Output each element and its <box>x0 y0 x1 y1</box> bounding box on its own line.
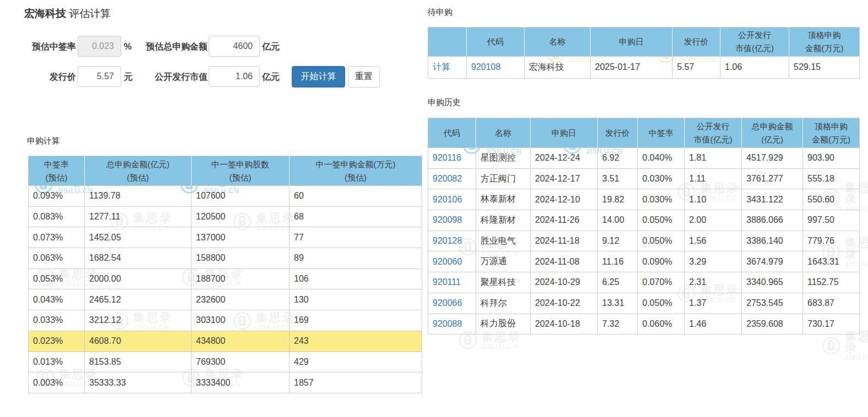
history-cell: 7.32 <box>598 314 638 334</box>
jisilu-logo-icon <box>822 336 840 355</box>
history-cell: 2024-10-18 <box>531 314 598 334</box>
calc-cell: 77 <box>290 227 422 248</box>
col-header: 中一签申购金额(万元)(预估) <box>290 156 422 186</box>
mcap-unit: 亿元 <box>262 66 280 87</box>
pending-section-label: 待申购 <box>428 7 452 18</box>
calc-cell: 35333.33 <box>85 372 192 393</box>
est-total-label: 预估总申购金额 <box>131 36 208 57</box>
calc-link[interactable]: 计算 <box>433 62 450 72</box>
history-cell: 3761.277 <box>742 168 803 189</box>
calc-cell: 303100 <box>192 310 290 331</box>
stock-code-link[interactable]: 920088 <box>433 319 462 328</box>
calc-cell: 1682.54 <box>85 248 192 269</box>
history-cell: 3886.066 <box>742 210 803 231</box>
pending-cell: 2025-01-17 <box>591 57 673 79</box>
history-cell: 1.81 <box>685 148 742 169</box>
history-row: 920066科拜尔2024-10-2213.310.050%1.372753.5… <box>428 293 860 314</box>
est-total-input[interactable] <box>209 36 260 57</box>
calc-cell: 158800 <box>192 248 290 269</box>
stock-code-link[interactable]: 920111 <box>433 277 461 287</box>
history-cell: 14.00 <box>598 210 638 231</box>
pending-cell-action: 计算 <box>428 57 467 79</box>
history-cell: 3.29 <box>685 251 742 272</box>
history-cell: 3.51 <box>598 168 638 189</box>
history-cell: 星图测控 <box>476 148 531 169</box>
calc-row: 0.083%1277.1112050068 <box>29 206 422 227</box>
col-header: 中一签申购股数(预估) <box>192 156 290 186</box>
history-cell: 779.76 <box>803 231 860 251</box>
history-cell: 13.31 <box>598 293 638 314</box>
col-header: 代码 <box>467 28 525 57</box>
history-cell: 2.31 <box>685 272 742 293</box>
history-cell: 0.040% <box>638 148 685 169</box>
page-title: 宏海科技 评估计算 <box>24 7 111 21</box>
col-header: 顶格申购金额(万元) <box>803 118 860 148</box>
calc-cell: 107600 <box>192 186 290 207</box>
history-cell: 1.46 <box>685 314 742 334</box>
start-calc-button[interactable]: 开始计算 <box>292 66 345 87</box>
calc-cell: 0.013% <box>29 352 85 372</box>
est-rate-input[interactable] <box>78 36 121 57</box>
history-row: 920111聚星科技2024-10-296.250.070%2.313340.9… <box>428 272 860 293</box>
col-header: 发行价 <box>598 118 638 148</box>
history-cell: 2753.545 <box>742 293 803 314</box>
history-table: 代码名称申购日发行价中签率公开发行市值(亿元)总申购金额(亿元)顶格申购金额(万… <box>428 118 860 334</box>
stock-code-link[interactable]: 920106 <box>433 195 462 204</box>
calc-cell: 60 <box>290 186 422 207</box>
col-header <box>428 28 467 57</box>
history-cell: 胜业电气 <box>476 231 531 251</box>
stock-code-link[interactable]: 920082 <box>433 174 462 183</box>
calc-cell: 3212.12 <box>85 310 192 331</box>
history-cell: 920106 <box>428 189 476 210</box>
calc-cell: 120500 <box>192 206 290 227</box>
col-header: 中签率(预估) <box>29 156 85 186</box>
history-cell: 19.82 <box>598 189 638 210</box>
col-header: 总申购金额(亿元)(预估) <box>85 156 192 186</box>
history-table-body: 920116星图测控2024-12-246.920.040%1.814517.9… <box>428 148 860 334</box>
stock-code-link[interactable]: 920060 <box>433 257 462 266</box>
history-cell: 6.92 <box>598 148 638 169</box>
calc-row: 0.073%1452.0513700077 <box>29 227 422 248</box>
history-section-label: 申购历史 <box>428 97 461 108</box>
stock-code-link[interactable]: 920108 <box>471 62 500 72</box>
history-table-head: 代码名称申购日发行价中签率公开发行市值(亿元)总申购金额(亿元)顶格申购金额(万… <box>428 118 860 148</box>
history-cell: 3674.979 <box>742 251 803 272</box>
stock-code-link[interactable]: 920116 <box>433 153 461 162</box>
calc-cell: 2000.00 <box>85 268 192 289</box>
calc-cell: 8153.85 <box>85 352 192 372</box>
col-header: 顶格申购金额(万元) <box>789 28 860 57</box>
calc-row-highlighted: 0.023%4608.70434800243 <box>29 331 422 352</box>
history-cell: 9.12 <box>598 231 638 251</box>
calc-row: 0.043%2465.12232600130 <box>29 289 422 310</box>
calc-cell: 1857 <box>290 372 422 393</box>
history-row: 920128胜业电气2024-11-189.120.050%1.563386.1… <box>428 231 860 251</box>
calc-cell: 1277.11 <box>85 206 192 227</box>
est-rate-label: 预估中签率 <box>10 36 76 57</box>
history-cell: 科隆新材 <box>476 210 531 231</box>
calc-cell: 1452.05 <box>85 227 192 248</box>
price-input[interactable] <box>78 66 121 87</box>
calc-table-body: 0.093%1139.78107600600.083%1277.11120500… <box>29 186 422 393</box>
calc-cell: 429 <box>290 352 422 372</box>
calc-cell: 0.023% <box>29 331 85 352</box>
calc-section-label: 申购计算 <box>27 136 60 146</box>
history-row: 920060万源通2024-11-0811.160.090%3.293674.9… <box>428 251 860 272</box>
calc-cell: 0.073% <box>29 227 85 248</box>
history-cell: 2024-12-10 <box>531 189 598 210</box>
mcap-input[interactable] <box>209 66 260 87</box>
calc-cell: 188700 <box>192 268 290 289</box>
stock-code-link[interactable]: 920098 <box>433 215 462 224</box>
history-cell: 730.17 <box>803 314 860 334</box>
history-row: 920116星图测控2024-12-246.920.040%1.814517.9… <box>428 148 860 169</box>
stock-code-link[interactable]: 920066 <box>433 298 462 308</box>
history-row: 920098科隆新材2024-11-2614.000.050%2.003886.… <box>428 210 860 231</box>
est-total-unit: 亿元 <box>262 36 280 57</box>
price-label: 发行价 <box>10 66 76 87</box>
history-cell: 1.56 <box>685 231 742 251</box>
stock-code-link[interactable]: 920128 <box>433 236 462 245</box>
reset-button[interactable]: 重置 <box>348 66 380 87</box>
history-cell: 2359.608 <box>742 314 803 334</box>
pending-cell: 5.57 <box>673 57 720 79</box>
calc-table: 中签率(预估)总申购金额(亿元)(预估)中一签申购股数(预估)中一签申购金额(万… <box>28 156 422 393</box>
calc-cell: 0.043% <box>29 289 85 310</box>
